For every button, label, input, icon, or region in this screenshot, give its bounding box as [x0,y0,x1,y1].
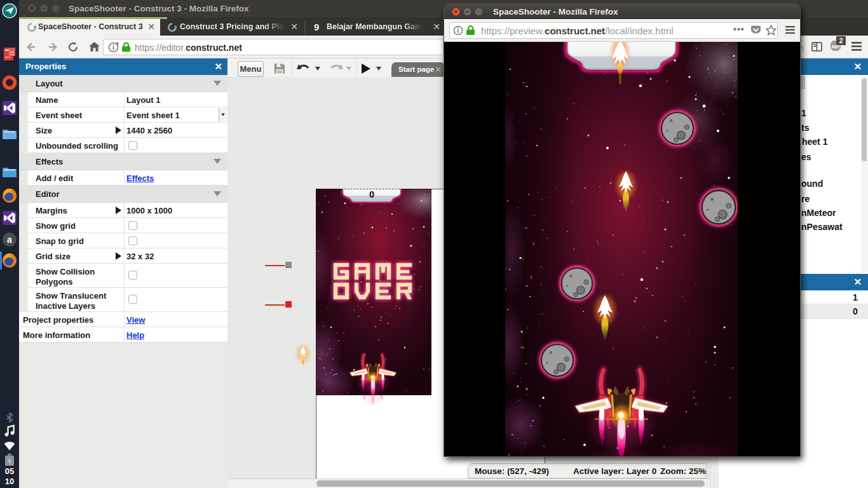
svg-text:ABP: ABP [831,44,840,49]
